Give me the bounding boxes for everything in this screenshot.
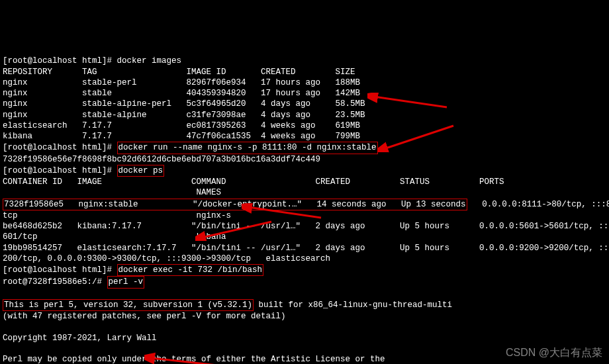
images-row: nginx stable-alpine-perl 5c3f64965d20 4 …	[3, 99, 365, 109]
images-row: nginx stable 404359394820 17 hours ago 1…	[3, 89, 360, 98]
prompt: [root@localhost html]#	[3, 56, 117, 66]
ps-row-cont: tcp nginx-s	[3, 211, 231, 220]
prompt: [root@localhost html]#	[3, 143, 117, 152]
container-hash: 7328f19586e56e7f8698f8bc92d6612d6cbe6ebd…	[3, 155, 320, 164]
images-row: nginx stable-alpine c31fe73098ae 4 days …	[3, 111, 365, 120]
images-row: elasticsearch 7.17.7 ec0817395263 4 week…	[3, 121, 360, 130]
ps-row-cont: 601/tcp kibana	[3, 232, 226, 242]
perl-copyright: Copyright 1987-2021, Larry Wall	[3, 334, 157, 343]
prompt: [root@localhost html]#	[3, 265, 117, 275]
perl-license: Perl may be copied only under the terms …	[3, 355, 385, 364]
ps-row-ports: 0.0.0.0:8111->80/tcp, :::8111->80/	[467, 200, 609, 209]
perl-version: This is perl 5, version 32, subversion 1…	[3, 299, 254, 311]
ps-row-elastic: 19bb98514257 elasticsearch:7.17.7 "/bin/…	[3, 244, 609, 253]
images-header: REPOSITORY TAG IMAGE ID CREATED SIZE	[3, 68, 355, 77]
ps-header: NAMES	[3, 188, 221, 197]
images-row: nginx stable-perl 82967f06e934 17 hours …	[3, 78, 360, 87]
docker-run-cmd: docker run --name nginx-s -p 8111:80 -d …	[117, 142, 378, 154]
perl-patches: (with 47 registered patches, see perl -V…	[3, 312, 286, 321]
docker-exec-cmd: docker exec -it 732 /bin/bash	[117, 264, 264, 276]
images-row: kibana 7.17.7 47c7f06ca1535 4 weeks ago …	[3, 132, 360, 141]
docker-ps-cmd: docker ps	[117, 165, 165, 177]
container-prompt: root@7328f19586e5:/#	[3, 277, 107, 287]
perl-v-cmd: perl -v	[107, 276, 145, 288]
ps-header: CONTAINER ID IMAGE COMMAND CREATED STATU…	[3, 177, 504, 187]
watermark: CSDN @大白有点菜	[506, 346, 602, 360]
terminal[interactable]: [root@localhost html]# docker images REP…	[0, 43, 609, 364]
docker-images-cmd: docker images	[117, 56, 182, 66]
prompt: [root@localhost html]#	[3, 166, 117, 175]
ps-row-kibana: be6468d625b2 kibana:7.17.7 "/bin/tini --…	[3, 222, 609, 231]
ps-row-nginx: 7328f19586e5 nginx:stable "/docker-entry…	[3, 199, 467, 210]
perl-built: built for x86_64-linux-gnu-thread-multi	[254, 300, 452, 310]
ps-row-cont: 200/tcp, 0.0.0.0:9300->9300/tcp, :::9300…	[3, 254, 330, 263]
